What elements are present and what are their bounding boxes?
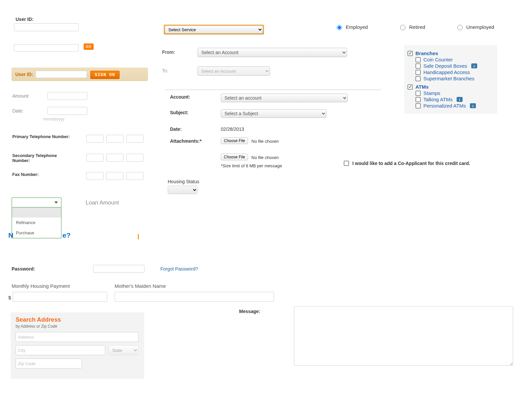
loan-type-select[interactable] bbox=[12, 198, 61, 207]
secondary-telephone-2[interactable] bbox=[106, 154, 124, 162]
fax-group bbox=[86, 172, 143, 180]
loan-option-purchase[interactable]: Purchase bbox=[12, 228, 61, 238]
co-applicant-label: I would like to add a Co-Applicant for t… bbox=[352, 161, 470, 166]
checkbox-icon[interactable] bbox=[415, 91, 421, 96]
checkbox-icon[interactable] bbox=[415, 103, 421, 109]
filter-supermarket[interactable]: Supermarket Branches bbox=[407, 76, 492, 81]
login-box: User ID: SIGN ON bbox=[12, 68, 148, 81]
go-button[interactable]: GO bbox=[84, 43, 94, 50]
message-date-label: Date: bbox=[170, 126, 182, 132]
user-id-label: User ID: bbox=[16, 17, 34, 22]
handicapped-label: Handicapped Access bbox=[423, 69, 470, 75]
password-input[interactable] bbox=[93, 265, 144, 273]
to-account-select[interactable]: Select an Account bbox=[198, 66, 270, 76]
primary-telephone-label: Primary Telephone Number: bbox=[12, 134, 72, 139]
login-user-id-input[interactable] bbox=[36, 71, 87, 78]
info-icon[interactable] bbox=[457, 97, 463, 102]
filter-personalized-atms[interactable]: Personalized ATMs bbox=[407, 103, 492, 109]
talking-atms-label: Talking ATMs bbox=[423, 97, 453, 102]
subject-select[interactable]: Select a Subject bbox=[221, 109, 326, 118]
fax-2[interactable] bbox=[106, 172, 124, 180]
from-account-select[interactable]: Select an Account bbox=[198, 48, 347, 57]
fax-1[interactable] bbox=[86, 172, 104, 180]
filter-safe-deposit[interactable]: Safe Deposit Boxes bbox=[407, 63, 492, 69]
maiden-name-label: Mother's Maiden Name bbox=[115, 283, 166, 289]
unemployed-radio[interactable] bbox=[457, 25, 463, 30]
unemployed-label: Unemployed bbox=[466, 24, 494, 30]
filter-stamps[interactable]: Stamps bbox=[407, 90, 492, 96]
amount-input[interactable] bbox=[47, 92, 87, 100]
secondary-telephone-1[interactable] bbox=[86, 154, 104, 162]
retired-label: Retired bbox=[409, 24, 425, 30]
choose-file-button-1[interactable]: Choose File bbox=[221, 137, 248, 144]
checkbox-icon[interactable] bbox=[407, 51, 413, 56]
info-icon[interactable] bbox=[471, 63, 477, 68]
search-address-panel: Search Address by Address or Zip Code St… bbox=[11, 312, 144, 379]
fax-3[interactable] bbox=[126, 172, 143, 180]
personalized-atms-label: Personalized ATMs bbox=[423, 103, 466, 109]
checkbox-icon[interactable] bbox=[415, 63, 421, 69]
branches-label: Branches bbox=[415, 50, 438, 56]
employment-retired[interactable]: Retired bbox=[399, 24, 425, 30]
subject-label: Subject: bbox=[170, 110, 188, 115]
secondary-telephone-label: Secondary Telephone Number: bbox=[12, 153, 75, 163]
chevron-down-icon bbox=[54, 201, 58, 203]
maiden-name-input[interactable] bbox=[115, 292, 274, 302]
date-input[interactable] bbox=[47, 107, 87, 115]
currency-symbol: $ bbox=[8, 295, 11, 300]
monthly-housing-input[interactable] bbox=[13, 292, 107, 302]
background-text-fragment: e? bbox=[62, 231, 71, 239]
filter-handicapped[interactable]: Handicapped Access bbox=[407, 69, 492, 75]
choose-file-button-2[interactable]: Choose File bbox=[221, 154, 248, 160]
stamps-label: Stamps bbox=[423, 90, 440, 96]
co-applicant-row[interactable]: I would like to add a Co-Applicant for t… bbox=[344, 161, 470, 166]
fax-label: Fax Number: bbox=[12, 172, 39, 177]
message-textarea[interactable] bbox=[294, 306, 513, 366]
date-label: Date: bbox=[12, 108, 23, 114]
employment-employed[interactable]: Employed bbox=[335, 24, 368, 30]
address-input[interactable] bbox=[16, 332, 138, 342]
select-service[interactable]: Select Service bbox=[165, 26, 263, 34]
filter-branches[interactable]: Branches bbox=[407, 50, 492, 56]
checkbox-icon[interactable] bbox=[344, 161, 349, 166]
employment-unemployed[interactable]: Unemployed bbox=[456, 24, 494, 30]
message-label: Message: bbox=[239, 309, 260, 314]
background-text-fragment: N bbox=[8, 231, 13, 239]
primary-telephone-2[interactable] bbox=[106, 135, 124, 143]
housing-status-label: Housing Status bbox=[168, 179, 199, 184]
loan-amount-label: Loan Amount bbox=[86, 200, 119, 206]
checkbox-icon[interactable] bbox=[407, 84, 413, 90]
city-input[interactable] bbox=[16, 345, 105, 355]
user-id-input[interactable] bbox=[14, 23, 79, 31]
filter-talking-atms[interactable]: Talking ATMs bbox=[407, 97, 492, 102]
loan-option-refinance[interactable]: Refinance bbox=[12, 217, 61, 228]
select-service-wrap: Select Service bbox=[164, 25, 264, 35]
primary-telephone-1[interactable] bbox=[86, 135, 104, 143]
state-select[interactable]: State bbox=[109, 345, 138, 355]
from-label: From: bbox=[162, 49, 175, 55]
checkbox-icon[interactable] bbox=[415, 97, 421, 102]
checkbox-icon[interactable] bbox=[415, 76, 421, 81]
checkbox-icon[interactable] bbox=[415, 57, 421, 62]
housing-status-select[interactable] bbox=[168, 186, 198, 194]
loan-options-header bbox=[12, 207, 61, 217]
checkbox-icon[interactable] bbox=[415, 70, 421, 75]
zip-input[interactable] bbox=[16, 359, 82, 368]
secondary-telephone-3[interactable] bbox=[126, 154, 143, 162]
retired-radio[interactable] bbox=[400, 25, 405, 30]
info-icon[interactable] bbox=[470, 103, 476, 108]
section-divider bbox=[165, 90, 381, 90]
secondary-telephone-group bbox=[86, 154, 143, 162]
location-filter-panel: Branches Coin Counter Safe Deposit Boxes… bbox=[404, 45, 497, 114]
forgot-password-link[interactable]: Forgot Password? bbox=[160, 266, 198, 272]
filter-atms[interactable]: ATMs bbox=[407, 84, 492, 90]
file-1-status: No file chosen bbox=[251, 139, 279, 144]
search-input[interactable] bbox=[14, 44, 79, 51]
primary-telephone-3[interactable] bbox=[126, 135, 143, 143]
account-select[interactable]: Select an account bbox=[221, 94, 348, 102]
primary-telephone-group bbox=[86, 135, 143, 143]
filter-coin-counter[interactable]: Coin Counter bbox=[407, 57, 492, 62]
employed-radio[interactable] bbox=[337, 25, 342, 30]
atms-label: ATMs bbox=[415, 84, 429, 90]
sign-on-button[interactable]: SIGN ON bbox=[90, 71, 120, 79]
